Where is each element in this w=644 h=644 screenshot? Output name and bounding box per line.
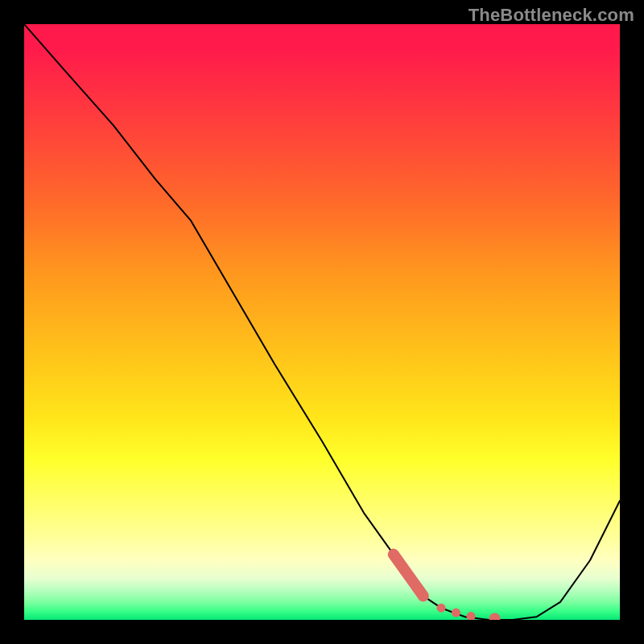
chart-frame: TheBottleneck.com: [0, 0, 644, 644]
marker-dots: [437, 604, 501, 620]
marker-dot: [452, 609, 460, 617]
marker-dot: [437, 604, 446, 613]
marker-dot: [467, 612, 476, 620]
marker-segment: [394, 555, 423, 597]
marker-dot: [489, 613, 501, 621]
watermark-text: TheBottleneck.com: [469, 5, 634, 26]
gradient-plot-area: [24, 24, 620, 620]
main-curve: [24, 24, 620, 620]
plot-overlay: [24, 24, 620, 620]
